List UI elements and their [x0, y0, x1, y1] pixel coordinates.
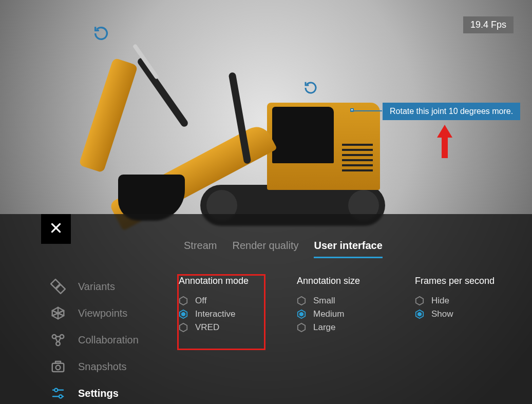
svg-point-19	[54, 389, 58, 392]
viewpoints-icon	[50, 305, 66, 321]
sidebar-item-snapshots[interactable]: Snapshots	[50, 359, 139, 374]
tab-render-quality[interactable]: Render quality	[232, 240, 298, 258]
annotation-callout[interactable]: Rotate this joint 10 degrees more.	[383, 103, 520, 120]
svg-marker-30	[416, 297, 423, 305]
svg-marker-25	[180, 323, 187, 332]
annotation-mode-group: Annotation mode OffInteractiveVRED	[179, 276, 266, 336]
svg-point-21	[59, 395, 62, 398]
svg-marker-28	[299, 312, 303, 317]
option-label: VRED	[195, 322, 219, 333]
hex-radio-icon	[179, 310, 188, 319]
annotation-leader-line	[351, 110, 382, 111]
tab-user-interface[interactable]: User interface	[314, 240, 382, 258]
annotation-mode-option-off[interactable]: Off	[179, 296, 266, 306]
fps-group: Frames per second HideShow	[415, 276, 502, 336]
settings-panel: StreamRender qualityUser interface Varia…	[0, 214, 532, 404]
sidebar-item-label: Settings	[78, 388, 119, 399]
settings-icon	[50, 386, 66, 401]
rotate-gizmo-icon[interactable]	[303, 80, 320, 98]
sidebar-item-variants[interactable]: Variants	[50, 279, 139, 294]
sidebar-item-label: Collaboration	[78, 334, 139, 346]
option-label: Large	[313, 322, 335, 333]
option-label: Hide	[431, 296, 449, 306]
rotate-gizmo-icon[interactable]	[92, 25, 110, 42]
svg-marker-22	[180, 297, 187, 305]
sidebar-item-collaboration[interactable]: Collaboration	[50, 332, 139, 348]
sidebar-item-label: Snapshots	[78, 361, 127, 373]
hex-radio-icon	[415, 310, 424, 319]
variants-icon	[50, 279, 66, 294]
snapshots-icon	[50, 359, 66, 374]
sidebar-item-label: Variants	[78, 281, 115, 293]
group-title: Annotation mode	[179, 276, 266, 286]
hex-radio-icon	[297, 296, 306, 305]
excavator-model	[82, 36, 401, 226]
annotation-mode-option-vred[interactable]: VRED	[179, 322, 266, 333]
annotation-size-option-medium[interactable]: Medium	[297, 309, 384, 319]
svg-point-16	[56, 365, 61, 370]
fps-option-show[interactable]: Show	[415, 309, 502, 319]
svg-marker-29	[298, 323, 305, 332]
svg-point-11	[56, 342, 60, 346]
settings-content: Annotation mode OffInteractiveVRED Annot…	[179, 276, 517, 336]
sidebar-item-label: Viewpoints	[78, 307, 127, 319]
sidebar-nav: VariantsViewpointsCollaborationSnapshots…	[50, 279, 139, 401]
svg-marker-0	[437, 125, 452, 158]
highlight-arrow-icon	[437, 125, 452, 158]
annotation-mode-option-interactive[interactable]: Interactive	[179, 309, 266, 319]
annotation-size-option-small[interactable]: Small	[297, 296, 384, 306]
collaboration-icon	[50, 332, 66, 348]
option-label: Interactive	[195, 309, 235, 319]
close-icon	[49, 221, 63, 237]
annotation-size-option-large[interactable]: Large	[297, 322, 384, 333]
svg-rect-15	[52, 363, 64, 372]
hex-radio-icon	[297, 310, 306, 319]
fps-counter: 19.4 Fps	[463, 16, 514, 33]
close-button[interactable]	[41, 214, 71, 244]
option-label: Off	[195, 296, 206, 306]
annotation-size-group: Annotation size SmallMediumLarge	[297, 276, 384, 336]
fps-option-hide[interactable]: Hide	[415, 296, 502, 306]
settings-tabs: StreamRender qualityUser interface	[184, 240, 383, 258]
group-title: Annotation size	[297, 276, 384, 286]
sidebar-item-viewpoints[interactable]: Viewpoints	[50, 305, 139, 321]
group-title: Frames per second	[415, 276, 502, 286]
svg-marker-24	[181, 312, 185, 317]
hex-radio-icon	[297, 323, 306, 332]
svg-rect-17	[55, 361, 61, 363]
hex-radio-icon	[415, 296, 424, 305]
svg-line-13	[59, 338, 61, 342]
tab-stream[interactable]: Stream	[184, 240, 217, 258]
svg-marker-26	[298, 297, 305, 305]
option-label: Small	[313, 296, 335, 306]
hex-radio-icon	[179, 323, 188, 332]
option-label: Medium	[313, 309, 344, 319]
svg-marker-32	[417, 312, 422, 317]
hex-radio-icon	[179, 296, 188, 305]
option-label: Show	[431, 309, 453, 319]
sidebar-item-settings[interactable]: Settings	[50, 386, 139, 401]
svg-line-12	[55, 338, 58, 342]
